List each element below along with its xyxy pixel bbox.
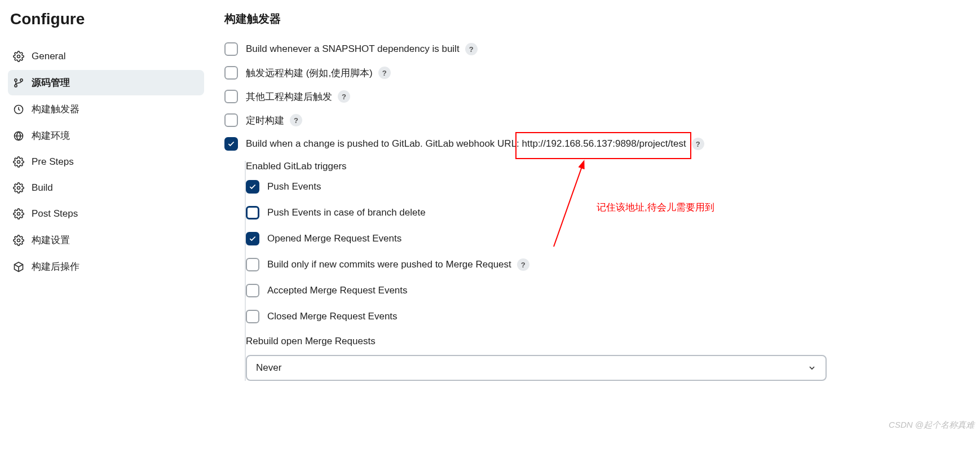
select-value: Never (256, 362, 281, 374)
sub-accepted-mr: Accepted Merge Request Events (246, 284, 959, 297)
gear-icon (12, 156, 25, 168)
sidebar-item-label: 构建后操作 (32, 260, 80, 273)
gear-icon (12, 208, 25, 220)
trigger-snapshot: Build whenever a SNAPSHOT dependency is … (224, 42, 959, 56)
svg-point-1 (15, 78, 17, 81)
sub-push-events: Push Events (246, 180, 959, 194)
help-icon[interactable]: ? (338, 90, 350, 103)
option-label: Push Events (267, 181, 321, 192)
watermark: CSDN @起个名称真难 (889, 420, 974, 431)
sidebar-item-label: Pre Steps (32, 156, 74, 168)
page-title: Configure (10, 10, 209, 28)
chevron-down-icon (807, 363, 816, 372)
sidebar-item-label: General (32, 51, 65, 62)
checkbox[interactable] (246, 310, 259, 323)
sidebar-item-general[interactable]: General (8, 44, 204, 69)
clock-icon (12, 103, 25, 116)
checkbox[interactable] (246, 206, 259, 219)
sidebar-item-build[interactable]: Build (8, 175, 204, 200)
checkbox-checked[interactable] (224, 137, 238, 151)
option-label: Opened Merge Request Events (267, 233, 401, 244)
checkbox-checked[interactable] (246, 180, 259, 194)
sub-opened-mr: Opened Merge Request Events (246, 232, 959, 245)
option-label: Build when a change is pushed to GitLab.… (246, 138, 686, 150)
main-content: 构建触发器 Build whenever a SNAPSHOT dependen… (209, 0, 980, 461)
rebuild-select[interactable]: Never (246, 355, 827, 381)
section-title: 构建触发器 (224, 11, 959, 27)
trigger-gitlab: Build when a change is pushed to GitLab.… (224, 137, 959, 151)
sub-closed-mr: Closed Merge Request Events (246, 310, 959, 323)
sidebar-item-label: 构建环境 (32, 129, 70, 142)
option-label: Build only if new commits were pushed to… (267, 259, 511, 270)
checkbox[interactable] (246, 284, 259, 297)
enabled-triggers-label: Enabled GitLab triggers (246, 161, 959, 172)
sidebar-item-label: 构建设置 (32, 234, 70, 247)
sidebar-item-post-steps[interactable]: Post Steps (8, 201, 204, 226)
sidebar-item-source[interactable]: 源码管理 (8, 70, 204, 95)
rebuild-label: Rebuild open Merge Requests (246, 336, 959, 347)
trigger-timed: 定时构建 ? (224, 113, 959, 127)
svg-point-6 (17, 161, 20, 164)
help-icon[interactable]: ? (692, 138, 704, 150)
svg-point-7 (17, 187, 20, 190)
help-icon[interactable]: ? (517, 258, 529, 271)
checkbox[interactable] (224, 113, 238, 127)
help-icon[interactable]: ? (378, 67, 391, 79)
sidebar-item-label: Post Steps (32, 208, 78, 219)
svg-point-8 (17, 213, 20, 216)
gear-icon (12, 234, 25, 247)
option-label: Build whenever a SNAPSHOT dependency is … (246, 43, 460, 55)
sidebar-item-label: 源码管理 (32, 76, 70, 89)
sidebar-item-env[interactable]: 构建环境 (8, 123, 204, 148)
checkbox[interactable] (224, 90, 238, 103)
sidebar-item-post-build[interactable]: 构建后操作 (8, 254, 204, 279)
svg-point-3 (20, 78, 23, 81)
option-label: Accepted Merge Request Events (267, 285, 408, 296)
annotation-text: 记住该地址,待会儿需要用到 (597, 201, 714, 214)
package-icon (12, 261, 25, 273)
svg-point-0 (17, 55, 20, 58)
sidebar-item-label: 构建触发器 (32, 103, 80, 116)
option-label: 触发远程构建 (例如,使用脚本) (246, 67, 373, 80)
option-label: 其他工程构建后触发 (246, 90, 332, 103)
sidebar-item-pre-steps[interactable]: Pre Steps (8, 150, 204, 174)
trigger-after-other: 其他工程构建后触发 ? (224, 90, 959, 103)
globe-icon (12, 130, 25, 142)
checkbox[interactable] (246, 258, 259, 271)
trigger-remote: 触发远程构建 (例如,使用脚本) ? (224, 66, 959, 80)
checkbox[interactable] (224, 66, 238, 80)
gear-icon (12, 182, 25, 194)
gear-icon (12, 50, 25, 63)
svg-point-2 (15, 84, 17, 86)
sidebar-item-label: Build (32, 182, 53, 194)
sub-build-new-commits: Build only if new commits were pushed to… (246, 258, 959, 271)
sidebar: Configure General 源码管理 构建触发器 构建环境 (0, 0, 209, 461)
gitlab-subsection: Enabled GitLab triggers Push Events Push… (245, 161, 959, 381)
svg-point-9 (17, 239, 20, 242)
option-label: Closed Merge Request Events (267, 311, 398, 322)
help-icon[interactable]: ? (465, 43, 478, 55)
checkbox[interactable] (224, 42, 238, 56)
sidebar-item-build-settings[interactable]: 构建设置 (8, 227, 204, 253)
sidebar-item-triggers[interactable]: 构建触发器 (8, 96, 204, 122)
help-icon[interactable]: ? (290, 114, 302, 126)
option-label: Push Events in case of branch delete (267, 207, 426, 218)
checkbox-checked[interactable] (246, 232, 259, 245)
branch-icon (12, 77, 25, 89)
option-label: 定时构建 (246, 114, 284, 127)
